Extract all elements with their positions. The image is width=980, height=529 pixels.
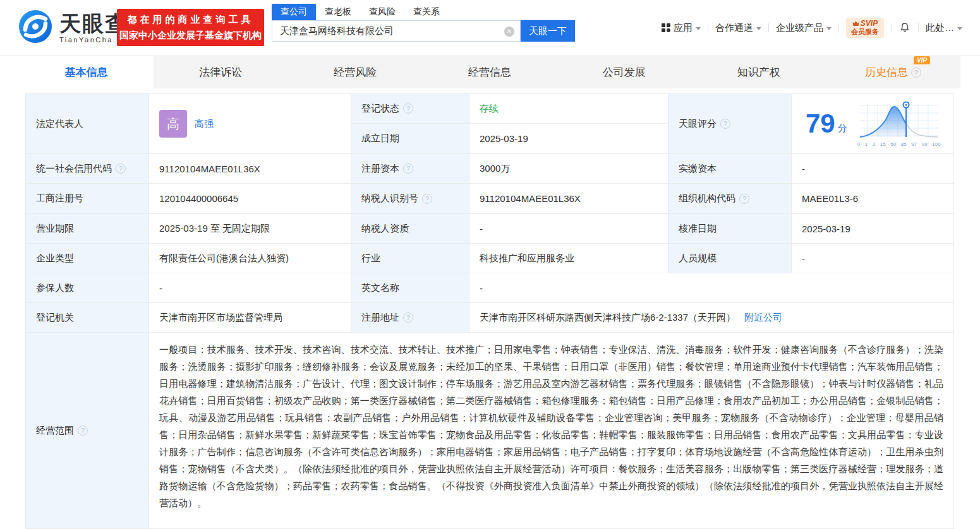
field-label-establish-date: 成立日期: [351, 124, 469, 154]
avatar[interactable]: 高: [159, 110, 187, 138]
field-label-legal-rep: 法定代表人: [26, 94, 149, 154]
field-label-approval-date: 核准日期: [668, 214, 792, 244]
tab-company-development[interactable]: 公司发展: [557, 56, 691, 88]
nav-enterprise-products[interactable]: 企业级产品: [776, 22, 832, 34]
logo-icon: [18, 9, 53, 47]
divider: [708, 23, 708, 32]
search-tab-relation[interactable]: 查关系: [404, 4, 449, 20]
tab-operating-info[interactable]: 经营信息: [423, 56, 557, 88]
tab-legal-litigation[interactable]: 法律诉讼: [154, 56, 288, 88]
clear-icon[interactable]: ✕: [504, 27, 514, 37]
search-area: 查公司 查老板 查风险 查关系 ✕ 天眼一下: [272, 3, 575, 42]
field-value-tyc-score: 79 分: [792, 94, 954, 154]
score-value: 79: [806, 110, 835, 137]
field-value-paid-capital: -: [792, 154, 954, 184]
basic-info-table: 法定代表人 高 高强 登记状态 ? 存续 成立日期 2025-03-19 天眼评…: [25, 93, 954, 529]
search-tab-company[interactable]: 查公司: [272, 4, 316, 20]
promo-line-1: 都在用的商业查询工具: [117, 11, 264, 27]
field-value-reg-address: 天津市南开区科研东路西侧天津科技广场6-2-1337（天开园） 附近公司: [469, 303, 954, 333]
field-label-english-name: 英文名称: [351, 273, 469, 303]
nav-channel-label: 合作通道: [715, 22, 753, 34]
promo-banner: 都在用的商业查询工具 国家中小企业发展子基金旗下机构: [117, 9, 264, 46]
nav-apps-label: 应用: [674, 22, 693, 34]
field-value-reg-status: 存续: [469, 94, 668, 124]
search-tabs: 查公司 查老板 查风险 查关系: [272, 3, 575, 20]
field-label-reg-number: 工商注册号: [26, 184, 149, 214]
field-label-credit-code: 统一社会信用代码 ?: [26, 154, 149, 184]
search-button[interactable]: 天眼一下: [521, 20, 575, 42]
score-unit: 分: [838, 122, 847, 134]
user-menu[interactable]: 此处…: [926, 22, 962, 34]
section-tabbar: 基本信息 法律诉讼 经营风险 经营信息 公司发展 知识产权 历史信息 VIP ?: [19, 56, 960, 88]
help-icon[interactable]: ?: [403, 104, 413, 114]
search-tab-risk[interactable]: 查风险: [360, 4, 404, 20]
help-icon[interactable]: ?: [720, 119, 730, 129]
field-value-taxpayer-id: 91120104MAEE01L36X: [469, 184, 668, 214]
field-value-credit-code: 91120104MAEE01L36X: [149, 154, 351, 184]
header-nav: 应用 合作通道 企业级产品: [662, 18, 962, 38]
score-axis-ticks: 01 315 5085 9799 100: [857, 141, 941, 147]
search-input[interactable]: [272, 21, 520, 41]
chevron-down-icon: [696, 27, 701, 30]
tab-intellectual-property[interactable]: 知识产权: [691, 56, 826, 88]
nav-enterprise-label: 企业级产品: [776, 22, 823, 34]
nav-cooperation-channel[interactable]: 合作通道: [715, 22, 761, 34]
help-icon[interactable]: ?: [739, 194, 749, 204]
field-label-taxpayer-quality: 纳税人资质: [351, 214, 469, 244]
field-label-reg-authority: 登记机关: [26, 303, 149, 333]
field-label-business-term: 营业期限: [26, 214, 149, 244]
svip-title: SVIP: [861, 20, 878, 28]
field-label-reg-address: 注册地址 ?: [351, 303, 469, 333]
tab-operating-risk[interactable]: 经营风险: [288, 56, 423, 88]
field-value-staff-size: -: [792, 244, 954, 273]
nearby-companies-link[interactable]: 附近公司: [744, 312, 782, 324]
field-label-company-type: 企业类型: [26, 244, 149, 273]
field-label-business-scope: 经营范围 ?: [26, 333, 149, 529]
help-icon[interactable]: ?: [78, 425, 88, 436]
legal-rep-link[interactable]: 高强: [195, 118, 214, 130]
field-label-taxpayer-id: 纳税人识别号 ?: [351, 184, 469, 214]
field-value-reg-capital: 3000万: [469, 154, 668, 184]
field-label-paid-capital: 实缴资本: [668, 154, 792, 184]
help-icon[interactable]: ?: [422, 194, 432, 204]
field-label-staff-size: 人员规模: [668, 244, 792, 273]
help-icon[interactable]: ?: [911, 68, 921, 78]
help-icon[interactable]: ?: [116, 163, 126, 174]
svip-subtitle: 会员服务: [851, 28, 879, 36]
field-label-reg-capital: 注册资本 ?: [351, 154, 469, 184]
tianyancha-company-page: 天眼查 TianYanCha.com 都在用的商业查询工具 国家中小企业发展子基…: [0, 0, 980, 529]
apps-grid-icon: [662, 23, 670, 32]
tab-history-info[interactable]: 历史信息 VIP ?: [826, 56, 960, 88]
divider: [891, 23, 892, 32]
bell-icon: [898, 21, 911, 34]
help-icon[interactable]: ?: [403, 312, 413, 323]
tab-basic-info[interactable]: 基本信息: [19, 56, 154, 88]
field-label-reg-status: 登记状态 ?: [351, 94, 469, 124]
search-row: ✕ 天眼一下: [272, 20, 575, 42]
field-label-org-code: 组织机构代码 ?: [668, 184, 792, 214]
svip-member-button[interactable]: SVIP 会员服务: [846, 18, 884, 38]
user-menu-label: 此处…: [926, 22, 954, 34]
search-tab-boss[interactable]: 查老板: [316, 4, 360, 20]
status-badge: 存续: [480, 103, 499, 115]
vip-badge: VIP: [914, 56, 930, 64]
field-label-industry: 行业: [351, 244, 469, 273]
chevron-down-icon: [957, 27, 962, 30]
notifications-button[interactable]: [898, 21, 911, 34]
field-value-establish-date: 2025-03-19: [469, 124, 668, 154]
promo-line-2: 国家中小企业发展子基金旗下机构: [117, 27, 264, 43]
field-value-org-code: MAEE01L3-6: [792, 184, 954, 214]
help-icon[interactable]: ?: [403, 163, 413, 174]
field-value-company-type: 有限责任公司(港澳台法人独资): [149, 244, 351, 273]
search-input-wrap: ✕: [272, 20, 521, 42]
field-label-tyc-score: 天眼评分 ?: [668, 94, 792, 154]
field-value-taxpayer-quality: -: [469, 214, 668, 244]
divider: [768, 23, 769, 32]
nav-apps[interactable]: 应用: [662, 22, 701, 34]
field-value-legal-rep: 高 高强: [149, 94, 351, 154]
field-value-approval-date: 2025-03-19: [792, 214, 954, 244]
field-value-business-term: 2025-03-19 至 无固定期限: [149, 214, 351, 244]
field-label-insured-count: 参保人数: [26, 273, 149, 303]
crown-icon: [852, 21, 859, 27]
field-value-english-name: -: [469, 273, 954, 303]
